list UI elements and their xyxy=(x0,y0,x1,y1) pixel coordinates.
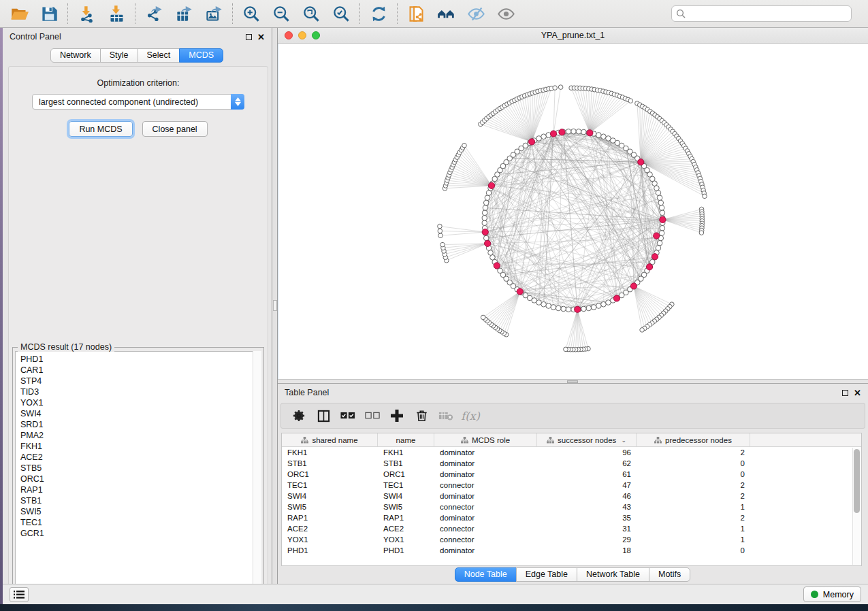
tab-network[interactable]: Network xyxy=(50,48,101,63)
mcds-result-item[interactable]: PHD1 xyxy=(20,354,261,365)
mcds-result-item[interactable]: TEC1 xyxy=(20,517,261,528)
gear-button[interactable] xyxy=(287,405,311,427)
column-header-predecessor-nodes[interactable]: predecessor nodes xyxy=(637,433,750,446)
zoom-out-button[interactable] xyxy=(266,1,296,27)
table-scrollbar[interactable] xyxy=(852,448,861,565)
show-all-button[interactable] xyxy=(491,1,521,27)
float-panel-icon[interactable] xyxy=(246,34,252,40)
tab-motifs[interactable]: Motifs xyxy=(649,567,690,582)
network-graph[interactable] xyxy=(278,44,868,379)
mcds-result-scrollbar[interactable] xyxy=(253,351,261,597)
search-input[interactable] xyxy=(671,5,852,22)
mcds-result-item[interactable]: YOX1 xyxy=(20,397,261,408)
column-header-label: predecessor nodes xyxy=(665,436,732,444)
hide-selected-button[interactable] xyxy=(461,1,491,27)
search-icon xyxy=(676,9,686,18)
mcds-result-item[interactable]: SWI4 xyxy=(20,408,261,419)
export-table-button[interactable] xyxy=(169,1,199,27)
zoom-fit-icon xyxy=(302,5,321,23)
save-session-button[interactable] xyxy=(34,1,64,27)
close-panel-button[interactable]: Close panel xyxy=(142,121,208,137)
close-panel-icon[interactable]: ✕ xyxy=(257,34,265,40)
network-view-panel: YPA_prune.txt_1 xyxy=(278,28,868,384)
panel-splitter-horizontal[interactable] xyxy=(278,379,868,384)
mcds-result-list[interactable]: PHD1CAR1STP4TID3YOX1SWI4SRD1PMA2FKH1ACE2… xyxy=(15,351,261,597)
toolbar-separator xyxy=(135,3,135,24)
mcds-result-item[interactable]: STB1 xyxy=(20,495,261,506)
mcds-result-item[interactable]: SWI5 xyxy=(20,506,261,517)
network-window-title: YPA_prune.txt_1 xyxy=(278,31,868,40)
splitter-handle[interactable] xyxy=(273,300,277,311)
export-image-icon xyxy=(205,5,223,23)
mcds-result-item[interactable]: PMA2 xyxy=(20,430,261,441)
first-neighbors-button[interactable] xyxy=(431,1,461,27)
tab-style[interactable]: Style xyxy=(100,48,138,63)
table-row[interactable]: RAP1RAP1dominator352 xyxy=(282,512,861,523)
column-header-shared-name[interactable]: shared name xyxy=(282,433,378,446)
mcds-result-item[interactable]: RAP1 xyxy=(20,484,261,495)
column-layout-button[interactable] xyxy=(311,405,336,427)
control-panel-tabs: Network Style Select MCDS xyxy=(3,48,272,63)
run-mcds-button[interactable]: Run MCDS xyxy=(69,121,132,137)
network-window-titlebar[interactable]: YPA_prune.txt_1 xyxy=(278,28,868,44)
table-row[interactable]: TEC1TEC1connector472 xyxy=(282,480,861,491)
table-row[interactable]: YOX1YOX1connector291 xyxy=(282,534,861,545)
memory-button[interactable]: Memory xyxy=(803,587,861,602)
optimization-criterion-select[interactable]: largest connected component (undirected) xyxy=(32,94,244,110)
table-cell: RAP1 xyxy=(282,514,378,522)
open-file-button[interactable] xyxy=(4,1,34,27)
table-row[interactable]: SWI4SWI4dominator462 xyxy=(282,491,861,501)
mcds-result-item[interactable]: TID3 xyxy=(20,386,261,397)
mcds-result-item[interactable]: CAR1 xyxy=(20,365,261,376)
delete-table-icon xyxy=(438,411,453,420)
export-table-icon xyxy=(175,5,193,23)
table-cell: ORC1 xyxy=(282,470,378,478)
export-network-button[interactable] xyxy=(139,1,169,27)
panel-splitter-vertical[interactable] xyxy=(272,28,278,584)
column-header-successor-nodes[interactable]: successor nodes⌄ xyxy=(537,433,637,446)
table-row[interactable]: STB1STB1dominator620 xyxy=(282,458,861,469)
column-header-name[interactable]: name xyxy=(378,433,434,446)
mcds-result-item[interactable]: ORC1 xyxy=(20,474,261,484)
import-table-button[interactable] xyxy=(101,1,131,27)
mcds-result-item[interactable]: GCR1 xyxy=(20,528,261,539)
deselect-all-rows-button[interactable] xyxy=(360,405,385,427)
tab-edge-table[interactable]: Edge Table xyxy=(516,567,577,582)
mcds-result-item[interactable]: STB5 xyxy=(20,463,261,474)
duplicate-network-button[interactable] xyxy=(401,1,431,27)
close-panel-icon[interactable]: ✕ xyxy=(854,390,861,396)
scrollbar-thumb[interactable] xyxy=(854,449,860,513)
status-bar: Memory xyxy=(3,584,868,604)
add-column-button[interactable] xyxy=(385,405,409,427)
float-panel-icon[interactable] xyxy=(842,390,848,396)
table-row[interactable]: FKH1FKH1dominator962 xyxy=(282,447,861,458)
mcds-result-item[interactable]: FKH1 xyxy=(20,441,261,452)
mcds-result-item[interactable]: SRD1 xyxy=(20,419,261,430)
select-stepper-icon xyxy=(231,94,244,110)
optimization-criterion-label: Optimization criterion: xyxy=(9,78,268,88)
table-cell: PHD1 xyxy=(282,546,378,555)
zoom-in-button[interactable] xyxy=(236,1,266,27)
mcds-result-item[interactable]: ACE2 xyxy=(20,452,261,463)
table-row[interactable]: PHD1PHD1dominator180 xyxy=(282,545,861,556)
zoom-fit-button[interactable] xyxy=(296,1,326,27)
zoom-selected-button[interactable] xyxy=(326,1,356,27)
table-row[interactable]: ACE2ACE2connector311 xyxy=(282,523,861,534)
column-header-MCDS-role[interactable]: MCDS role xyxy=(434,433,537,446)
export-image-button[interactable] xyxy=(199,1,229,27)
import-network-button[interactable] xyxy=(71,1,101,27)
refresh-button[interactable] xyxy=(364,1,393,27)
task-history-button[interactable] xyxy=(10,587,29,602)
tab-mcds[interactable]: MCDS xyxy=(179,48,223,63)
tab-network-table[interactable]: Network Table xyxy=(577,567,649,582)
table-row[interactable]: ORC1ORC1dominator610 xyxy=(282,469,861,480)
select-all-rows-button[interactable] xyxy=(336,405,360,427)
table-row[interactable]: SWI5SWI5connector431 xyxy=(282,501,861,512)
table-cell: connector xyxy=(434,525,537,533)
tab-select[interactable]: Select xyxy=(138,48,180,63)
delete-column-button[interactable] xyxy=(409,405,434,427)
mcds-result-item[interactable]: STP4 xyxy=(20,376,261,386)
table-cell: 46 xyxy=(537,492,637,500)
splitter-handle[interactable] xyxy=(567,380,578,383)
tab-node-table[interactable]: Node Table xyxy=(455,567,517,582)
